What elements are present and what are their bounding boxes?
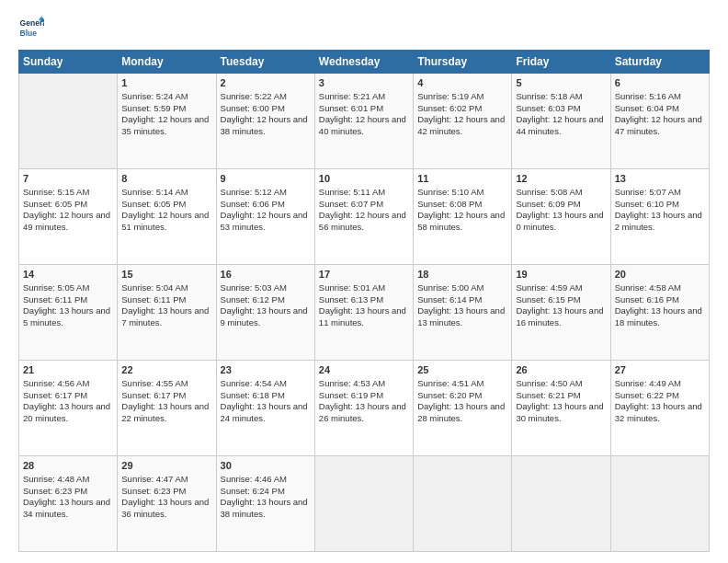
day-info: Sunrise: 5:21 AMSunset: 6:01 PMDaylight:… (319, 91, 406, 136)
calendar-cell (610, 456, 709, 552)
logo: General Blue (18, 15, 48, 40)
day-info: Sunrise: 5:24 AMSunset: 5:59 PMDaylight:… (121, 91, 209, 136)
calendar-cell: 21Sunrise: 4:56 AMSunset: 6:17 PMDayligh… (19, 361, 118, 456)
weekday-header: Wednesday (314, 51, 413, 74)
day-info: Sunrise: 4:47 AMSunset: 6:23 PMDaylight:… (121, 474, 209, 519)
calendar-cell: 18Sunrise: 5:00 AMSunset: 6:14 PMDayligh… (414, 265, 512, 361)
calendar-table: SundayMondayTuesdayWednesdayThursdayFrid… (18, 50, 710, 552)
day-number: 15 (121, 268, 211, 282)
day-info: Sunrise: 5:03 AMSunset: 6:12 PMDaylight:… (221, 282, 308, 327)
day-info: Sunrise: 5:05 AMSunset: 6:11 PMDaylight:… (23, 282, 110, 327)
day-number: 1 (121, 76, 211, 90)
day-number: 3 (319, 76, 409, 90)
day-info: Sunrise: 4:59 AMSunset: 6:15 PMDaylight:… (516, 282, 603, 327)
calendar-cell: 5Sunrise: 5:18 AMSunset: 6:03 PMDaylight… (512, 74, 610, 169)
day-info: Sunrise: 4:54 AMSunset: 6:18 PMDaylight:… (221, 378, 308, 423)
day-info: Sunrise: 5:16 AMSunset: 6:04 PMDaylight:… (615, 91, 702, 136)
calendar-header-row: SundayMondayTuesdayWednesdayThursdayFrid… (19, 51, 710, 74)
calendar-cell: 26Sunrise: 4:50 AMSunset: 6:21 PMDayligh… (512, 361, 610, 456)
day-number: 18 (417, 268, 507, 282)
svg-text:Blue: Blue (20, 29, 38, 38)
calendar-cell: 11Sunrise: 5:10 AMSunset: 6:08 PMDayligh… (414, 169, 512, 265)
calendar-cell: 14Sunrise: 5:05 AMSunset: 6:11 PMDayligh… (19, 265, 118, 361)
day-number: 21 (23, 363, 113, 377)
weekday-header: Saturday (610, 51, 709, 74)
day-info: Sunrise: 5:12 AMSunset: 6:06 PMDaylight:… (221, 187, 308, 232)
weekday-header: Tuesday (216, 51, 314, 74)
day-info: Sunrise: 4:51 AMSunset: 6:20 PMDaylight:… (417, 378, 505, 423)
day-number: 11 (417, 172, 507, 186)
day-number: 24 (319, 363, 409, 377)
day-number: 8 (121, 172, 211, 186)
calendar-cell: 16Sunrise: 5:03 AMSunset: 6:12 PMDayligh… (216, 265, 314, 361)
calendar-week-row: 21Sunrise: 4:56 AMSunset: 6:17 PMDayligh… (19, 361, 710, 456)
calendar-cell: 19Sunrise: 4:59 AMSunset: 6:15 PMDayligh… (512, 265, 610, 361)
day-info: Sunrise: 5:07 AMSunset: 6:10 PMDaylight:… (615, 187, 702, 232)
day-number: 30 (221, 459, 311, 473)
day-info: Sunrise: 4:46 AMSunset: 6:24 PMDaylight:… (221, 474, 308, 519)
day-number: 25 (417, 363, 507, 377)
calendar-cell: 22Sunrise: 4:55 AMSunset: 6:17 PMDayligh… (118, 361, 216, 456)
weekday-header: Sunday (19, 51, 118, 74)
day-number: 2 (221, 76, 311, 90)
calendar-cell: 23Sunrise: 4:54 AMSunset: 6:18 PMDayligh… (216, 361, 314, 456)
calendar-cell: 30Sunrise: 4:46 AMSunset: 6:24 PMDayligh… (216, 456, 314, 552)
day-info: Sunrise: 4:56 AMSunset: 6:17 PMDaylight:… (23, 378, 110, 423)
day-info: Sunrise: 5:11 AMSunset: 6:07 PMDaylight:… (319, 187, 406, 232)
day-number: 26 (516, 363, 606, 377)
day-number: 22 (121, 363, 211, 377)
day-number: 4 (417, 76, 507, 90)
day-info: Sunrise: 4:49 AMSunset: 6:22 PMDaylight:… (615, 378, 702, 423)
calendar-cell: 17Sunrise: 5:01 AMSunset: 6:13 PMDayligh… (314, 265, 413, 361)
day-number: 12 (516, 172, 606, 186)
day-number: 10 (319, 172, 409, 186)
weekday-header: Friday (512, 51, 610, 74)
day-number: 9 (221, 172, 311, 186)
calendar-cell: 3Sunrise: 5:21 AMSunset: 6:01 PMDaylight… (314, 74, 413, 169)
day-number: 20 (615, 268, 705, 282)
day-info: Sunrise: 5:19 AMSunset: 6:02 PMDaylight:… (417, 91, 505, 136)
calendar-cell: 29Sunrise: 4:47 AMSunset: 6:23 PMDayligh… (118, 456, 216, 552)
calendar-cell: 10Sunrise: 5:11 AMSunset: 6:07 PMDayligh… (314, 169, 413, 265)
day-info: Sunrise: 5:04 AMSunset: 6:11 PMDaylight:… (121, 282, 209, 327)
day-info: Sunrise: 5:15 AMSunset: 6:05 PMDaylight:… (23, 187, 110, 232)
day-number: 5 (516, 76, 606, 90)
day-number: 17 (319, 268, 409, 282)
calendar-cell: 1Sunrise: 5:24 AMSunset: 5:59 PMDaylight… (118, 74, 216, 169)
calendar-cell: 28Sunrise: 4:48 AMSunset: 6:23 PMDayligh… (19, 456, 118, 552)
day-info: Sunrise: 4:48 AMSunset: 6:23 PMDaylight:… (23, 474, 110, 519)
calendar-cell: 8Sunrise: 5:14 AMSunset: 6:05 PMDaylight… (118, 169, 216, 265)
calendar-cell (512, 456, 610, 552)
day-info: Sunrise: 4:55 AMSunset: 6:17 PMDaylight:… (121, 378, 209, 423)
day-info: Sunrise: 5:08 AMSunset: 6:09 PMDaylight:… (516, 187, 603, 232)
day-number: 29 (121, 459, 211, 473)
day-number: 28 (23, 459, 113, 473)
day-info: Sunrise: 4:58 AMSunset: 6:16 PMDaylight:… (615, 282, 702, 327)
calendar-week-row: 1Sunrise: 5:24 AMSunset: 5:59 PMDaylight… (19, 74, 710, 169)
day-info: Sunrise: 5:10 AMSunset: 6:08 PMDaylight:… (417, 187, 505, 232)
day-number: 23 (221, 363, 311, 377)
calendar-cell: 6Sunrise: 5:16 AMSunset: 6:04 PMDaylight… (610, 74, 709, 169)
calendar-cell: 13Sunrise: 5:07 AMSunset: 6:10 PMDayligh… (610, 169, 709, 265)
day-info: Sunrise: 5:01 AMSunset: 6:13 PMDaylight:… (319, 282, 406, 327)
day-number: 19 (516, 268, 606, 282)
calendar-cell: 27Sunrise: 4:49 AMSunset: 6:22 PMDayligh… (610, 361, 709, 456)
weekday-header: Thursday (414, 51, 512, 74)
calendar-cell: 9Sunrise: 5:12 AMSunset: 6:06 PMDaylight… (216, 169, 314, 265)
calendar-cell (414, 456, 512, 552)
day-number: 13 (615, 172, 705, 186)
day-number: 16 (221, 268, 311, 282)
calendar-week-row: 14Sunrise: 5:05 AMSunset: 6:11 PMDayligh… (19, 265, 710, 361)
calendar-cell: 7Sunrise: 5:15 AMSunset: 6:05 PMDaylight… (19, 169, 118, 265)
day-info: Sunrise: 5:18 AMSunset: 6:03 PMDaylight:… (516, 91, 603, 136)
calendar-cell: 12Sunrise: 5:08 AMSunset: 6:09 PMDayligh… (512, 169, 610, 265)
day-info: Sunrise: 5:14 AMSunset: 6:05 PMDaylight:… (121, 187, 209, 232)
day-number: 6 (615, 76, 705, 90)
page: General Blue SundayMondayTuesdayWednesda… (0, 0, 728, 563)
calendar-cell: 15Sunrise: 5:04 AMSunset: 6:11 PMDayligh… (118, 265, 216, 361)
day-info: Sunrise: 4:53 AMSunset: 6:19 PMDaylight:… (319, 378, 406, 423)
weekday-header: Monday (118, 51, 216, 74)
calendar-cell (314, 456, 413, 552)
calendar-cell: 4Sunrise: 5:19 AMSunset: 6:02 PMDaylight… (414, 74, 512, 169)
day-number: 14 (23, 268, 113, 282)
